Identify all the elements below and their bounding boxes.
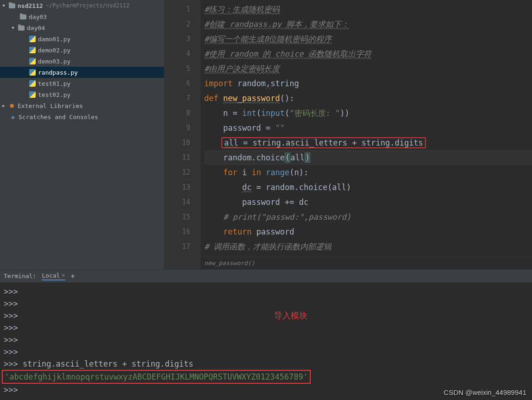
tree-folder-day03[interactable]: day03 [0, 11, 164, 22]
folder-icon [20, 14, 26, 19]
terminal-panel: Terminal: Local × + >>> >>> >>> >>> >>> … [0, 269, 532, 400]
terminal-label: Terminal: [4, 273, 36, 279]
tree-file[interactable]: damo01.py [0, 33, 164, 44]
tree-file[interactable]: demo03.py [0, 56, 164, 67]
project-tree[interactable]: ▼ nsd2112 ~/PycharmProjects/nsd2112 day0… [0, 0, 164, 269]
code-area[interactable]: #练习：生成随机密码 #创建 randpass.py 脚本，要求如下： #编写一… [200, 0, 532, 269]
terminal-output-highlight: 'abcdefghijklmnopqrstuvwxyzABCDEFGHIJKLM… [2, 370, 311, 384]
tree-file-selected[interactable]: randpass.py [0, 67, 164, 78]
tree-file[interactable]: test02.py [0, 89, 164, 100]
close-icon[interactable]: × [62, 272, 65, 279]
python-file-icon [29, 58, 36, 64]
terminal-body[interactable]: >>> >>> >>> >>> >>> >>> >>> string.ascii… [0, 283, 532, 399]
python-file-icon [29, 36, 36, 42]
chevron-down-icon[interactable]: ▼ [10, 25, 16, 30]
add-terminal-button[interactable]: + [71, 272, 75, 280]
scratches-icon: ◈ [9, 113, 17, 121]
python-file-icon [29, 91, 36, 98]
chevron-down-icon[interactable]: ▼ [1, 3, 6, 8]
tree-root[interactable]: ▼ nsd2112 ~/PycharmProjects/nsd2112 [0, 0, 164, 11]
code-editor[interactable]: 123 456 789 101112 131415 1617 #练习：生成随机密… [164, 0, 532, 269]
folder-icon [18, 25, 25, 31]
breadcrumb[interactable]: new_password() [200, 256, 532, 269]
tree-folder-day04[interactable]: ▼ day04 [0, 22, 164, 33]
library-icon: ⬢ [8, 102, 16, 109]
chevron-right-icon[interactable]: ▶ [1, 103, 6, 108]
python-file-icon [29, 69, 36, 76]
tree-scratches[interactable]: ◈ Scratches and Consoles [0, 111, 164, 122]
line-gutter: 123 456 789 101112 131415 1617 [164, 0, 200, 269]
watermark: CSDN @weixin_44989941 [444, 388, 526, 396]
annotation-text: 导入模块 [274, 310, 307, 322]
python-file-icon [29, 80, 36, 87]
project-name: nsd2112 [18, 2, 43, 9]
terminal-tab-local[interactable]: Local × [42, 272, 65, 280]
tree-file[interactable]: demo02.py [0, 44, 164, 56]
tree-file[interactable]: test01.py [0, 78, 164, 89]
terminal-tab-bar: Terminal: Local × + [0, 270, 532, 283]
project-path: ~/PycharmProjects/nsd2112 [46, 2, 130, 9]
folder-icon [9, 3, 15, 8]
python-file-icon [29, 47, 36, 53]
tree-external-libs[interactable]: ▶ ⬢ External Libraries [0, 100, 164, 111]
